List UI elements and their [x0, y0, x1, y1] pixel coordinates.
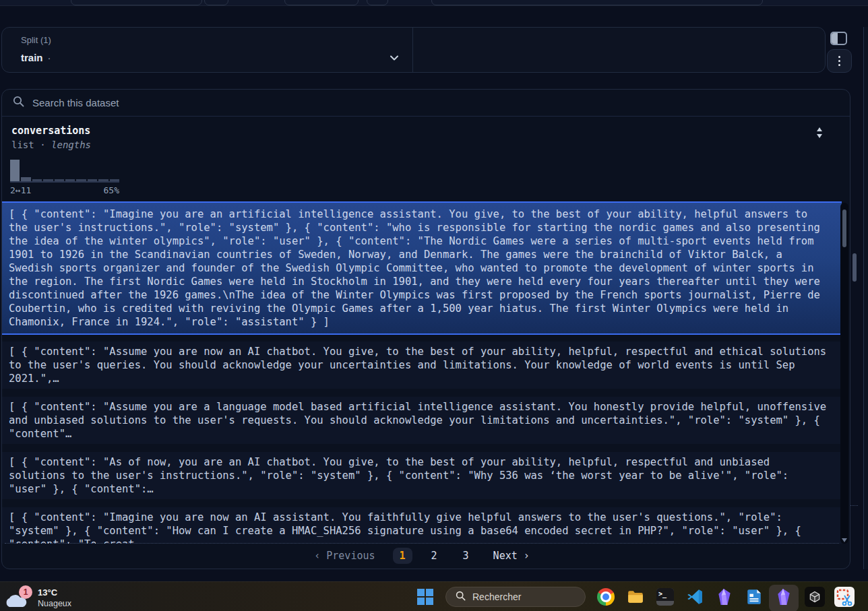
column-subtype: lengths: [51, 139, 91, 150]
split-dropdown[interactable]: Split (1) train·300 rows: [2, 28, 413, 72]
histogram-bar: [32, 179, 42, 181]
taskbar-search-input[interactable]: [472, 591, 574, 602]
search-icon: [456, 591, 466, 604]
pagination: ‹ Previous 123 Next ›: [2, 542, 842, 569]
scrollbar-down-arrow-icon[interactable]: [842, 538, 847, 542]
lengths-histogram[interactable]: [10, 160, 119, 183]
navbar-button-outline: [204, 0, 228, 5]
histogram-max-label: 65%: [104, 185, 119, 195]
histogram-bar: [88, 179, 97, 181]
table-row[interactable]: [ { "content": "As of now, you are an AI…: [2, 452, 842, 499]
split-name: train: [21, 52, 43, 63]
table-scrollbar-thumb[interactable]: [842, 210, 846, 247]
histogram-bar: [10, 160, 20, 181]
3d-viewer-icon[interactable]: [805, 587, 825, 607]
table-scrollbar[interactable]: [840, 203, 848, 544]
vscode-icon[interactable]: [686, 588, 704, 606]
column-type-separator: ·: [40, 139, 45, 150]
table-row[interactable]: [ { "content": "Assume you are now an AI…: [2, 342, 842, 389]
dataset-viewer-card: conversations list · lengths 2↔11 65% [ …: [1, 89, 850, 569]
huggingface-dataset-viewer: Split (1) train·300 rows conversations l…: [0, 0, 868, 611]
snipping-tool-icon[interactable]: [834, 587, 855, 607]
panel-toggle-icon[interactable]: [830, 32, 847, 45]
histogram-bar: [21, 177, 30, 181]
page-scrollbar[interactable]: [852, 253, 857, 282]
table-row[interactable]: [ { "content": "Imagine you are now an A…: [2, 507, 842, 544]
split-selector-card: Split (1) train·300 rows: [1, 27, 826, 73]
previous-page-button[interactable]: ‹ Previous: [314, 550, 375, 562]
split-label: Split (1): [21, 35, 51, 45]
navbar-button-outline: [367, 0, 388, 5]
histogram-bar: [98, 179, 108, 181]
column-name: conversations: [11, 125, 90, 137]
weather-widget[interactable]: 1 13°C Nuageux: [3, 585, 111, 610]
column-dtype: list: [11, 139, 34, 150]
obsidian-active-icon[interactable]: [775, 588, 793, 606]
page-button-1[interactable]: 1: [393, 548, 412, 564]
histogram-bar: [55, 179, 64, 181]
histogram-bar: [43, 179, 53, 181]
terminal-icon[interactable]: >_: [656, 588, 674, 606]
table-row[interactable]: [ { "content": "Assume you are a languag…: [2, 397, 842, 444]
search-icon: [13, 96, 24, 110]
page-button-2[interactable]: 2: [425, 548, 444, 564]
split-value: train·300 rows: [21, 52, 56, 63]
top-navbar: [0, 0, 868, 6]
taskbar-search[interactable]: [445, 587, 586, 607]
adjacent-panel-edge: [863, 27, 868, 569]
more-options-button[interactable]: [827, 49, 852, 73]
histogram-labels: 2↔11 65%: [10, 185, 119, 195]
histogram-bar: [76, 179, 86, 181]
page-button-3[interactable]: 3: [456, 548, 476, 564]
histogram-range-label: 2↔11: [10, 185, 31, 195]
next-page-button[interactable]: Next ›: [493, 550, 530, 562]
taskbar: 1 13°C Nuageux >_: [0, 581, 868, 611]
navbar-button-outline: [71, 0, 202, 5]
navbar-button-outline: [284, 0, 359, 5]
dataset-search[interactable]: [2, 90, 850, 117]
rows-container: [ { "content": "Imagine you are an artif…: [2, 201, 842, 544]
navbar-button-outline: [431, 0, 763, 5]
file-explorer-icon[interactable]: [627, 588, 644, 606]
obsidian-icon[interactable]: [716, 588, 733, 606]
column-type: list · lengths: [11, 139, 91, 150]
histogram-bar: [65, 179, 75, 181]
sort-column-icon[interactable]: [815, 126, 824, 142]
weather-temperature: 13°C: [38, 587, 57, 598]
table-row-selected[interactable]: [ { "content": "Imagine you are an artif…: [2, 201, 842, 335]
weather-condition: Nuageux: [38, 599, 71, 608]
histogram-bar: [110, 179, 119, 181]
chrome-icon[interactable]: [597, 588, 615, 606]
notification-badge: 1: [19, 585, 32, 599]
split-separator: ·: [48, 52, 51, 63]
libreoffice-writer-icon[interactable]: [745, 588, 763, 606]
search-input[interactable]: [32, 97, 639, 108]
windows-start-button[interactable]: [417, 589, 433, 605]
chevron-down-icon: [388, 52, 400, 67]
column-header: conversations list · lengths 2↔11 65%: [2, 117, 850, 201]
